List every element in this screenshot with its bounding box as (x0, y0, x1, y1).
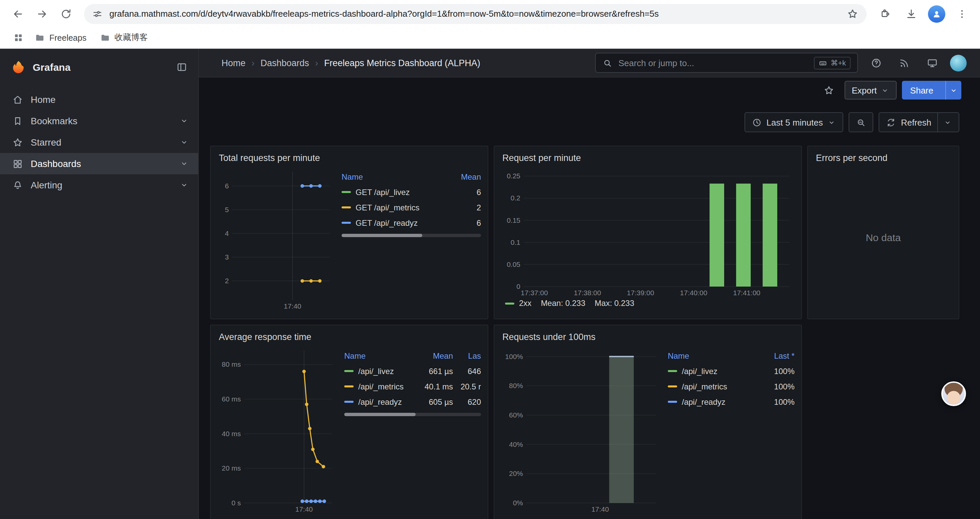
legend-scrollbar[interactable] (342, 234, 481, 237)
legend-value: 661 µs (415, 366, 453, 376)
legend-row[interactable]: /api/_readyz605 µs620 (344, 394, 481, 409)
legend-header[interactable]: Name (342, 172, 442, 181)
chevron-down-icon[interactable] (180, 116, 189, 126)
breadcrumb-dashboards[interactable]: Dashboards (261, 58, 309, 68)
legend-header[interactable]: Las (453, 351, 481, 360)
total-requests-chart[interactable]: 6543217:40 (218, 166, 335, 311)
legend-header[interactable]: Name (668, 351, 756, 360)
panel-request-per-minute[interactable]: Request per minute 0.250.20.150.10.05017… (494, 145, 802, 319)
back-button[interactable] (8, 4, 28, 24)
search-input[interactable]: Search or jump to... ⌘+k (595, 53, 858, 73)
legend-scrollbar[interactable] (344, 413, 481, 416)
time-range-picker[interactable]: Last 5 minutes (745, 112, 843, 132)
grafana-logo[interactable] (11, 59, 26, 75)
svg-text:6: 6 (225, 182, 229, 190)
browser-menu-button[interactable] (952, 4, 972, 24)
legend-row[interactable]: /api/_metrics100% (668, 379, 795, 394)
search-placeholder: Search or jump to... (619, 58, 808, 68)
legend-row[interactable]: /api/_metrics40.1 ms20.5 r (344, 379, 481, 394)
favorite-dashboard-button[interactable] (819, 80, 839, 100)
share-label[interactable]: Share (902, 81, 941, 99)
folder-icon (100, 33, 110, 43)
user-avatar[interactable] (950, 54, 967, 71)
panel-title[interactable]: Errors per second (815, 152, 952, 166)
legend-row[interactable]: /api/_livez100% (668, 363, 795, 379)
chevron-down-icon[interactable] (180, 137, 189, 147)
legend-row[interactable]: /api/_livez661 µs646 (344, 363, 481, 379)
breadcrumb-home[interactable]: Home (221, 58, 245, 68)
svg-text:17:37:00: 17:37:00 (521, 289, 548, 297)
legend-row[interactable]: GET /api/_livez6 (342, 184, 481, 200)
sidebar-item-alerting[interactable]: Alerting (0, 174, 198, 196)
breadcrumb-separator: › (251, 58, 255, 68)
panel-title[interactable]: Requests under 100ms (501, 331, 795, 345)
legend-row[interactable]: /api/_readyz100% (668, 394, 795, 409)
svg-text:0: 0 (516, 283, 520, 290)
legend-row[interactable]: GET /api/_metrics2 (342, 200, 481, 215)
export-button[interactable]: Export (844, 81, 897, 99)
extensions-button[interactable] (875, 4, 895, 24)
kiosk-mode-button[interactable] (922, 53, 942, 73)
legend-value: 100% (756, 366, 795, 376)
panel-errors-per-second[interactable]: Errors per second No data (807, 145, 959, 319)
series-color-swatch (342, 206, 351, 208)
legend-row[interactable]: GET /api/_readyz6 (342, 215, 481, 230)
panel-title[interactable]: Request per minute (501, 152, 795, 166)
under-100ms-chart[interactable]: 100%80%60%40%20%0%17:40 (501, 345, 661, 514)
brand-name[interactable]: Grafana (33, 61, 169, 72)
apps-shortcut-button[interactable] (10, 29, 27, 46)
series-name: /api/_livez (682, 366, 718, 376)
url-text[interactable]: grafana.mathmast.com/d/deytv4rwavabkb/fr… (110, 9, 840, 19)
search-shortcut-badge: ⌘+k (814, 56, 851, 69)
downloads-button[interactable] (901, 4, 921, 24)
panel-avg-response-time[interactable]: Average response time 80 ms60 ms40 ms20 … (210, 325, 488, 519)
collapse-sidebar-icon[interactable] (176, 61, 188, 72)
sidebar-item-label: Starred (31, 137, 61, 148)
chevron-down-icon[interactable] (180, 159, 189, 168)
sidebar-item-dashboards[interactable]: Dashboards (0, 153, 198, 174)
panel-under-100ms[interactable]: Requests under 100ms 100%80%60%40%20%0%1… (494, 325, 802, 519)
refresh-interval-caret[interactable] (937, 113, 952, 132)
scrollbar-thumb[interactable] (344, 413, 415, 416)
svg-text:80%: 80% (509, 382, 523, 390)
breadcrumb: Home › Dashboards › Freeleaps Metrics Da… (221, 58, 480, 68)
legend-header[interactable]: Mean (442, 172, 481, 181)
sidebar-item-home[interactable]: Home (0, 89, 198, 110)
scrollbar-thumb[interactable] (342, 234, 422, 237)
legend-header[interactable]: Last * (756, 351, 795, 360)
site-settings-icon[interactable] (92, 8, 103, 19)
sidebar-item-bookmarks[interactable]: Bookmarks (0, 110, 198, 132)
chevron-down-icon[interactable] (180, 180, 189, 190)
assistant-avatar[interactable] (941, 382, 966, 406)
help-button[interactable] (866, 53, 886, 73)
request-per-minute-chart[interactable]: 0.250.20.150.10.05017:37:0017:38:0017:39… (501, 166, 795, 297)
news-button[interactable] (894, 53, 914, 73)
legend-table: NameLast */api/_livez100%/api/_metrics10… (668, 348, 795, 409)
bookmark-star-icon[interactable] (846, 8, 859, 20)
svg-text:100%: 100% (505, 353, 523, 360)
panel-total-requests[interactable]: Total requests per minute 6543217:40 Nam… (210, 145, 488, 319)
share-button[interactable]: Share (902, 81, 961, 99)
series-name: /api/_readyz (358, 397, 402, 406)
zoom-out-button[interactable] (849, 112, 873, 132)
dashboard-canvas: Last 5 minutes Refresh (199, 103, 980, 519)
refresh-button[interactable]: Refresh (879, 112, 959, 132)
url-bar[interactable]: grafana.mathmast.com/d/deytv4rwavabkb/fr… (84, 4, 867, 24)
panel-title[interactable]: Average response time (218, 331, 481, 345)
reload-button[interactable] (56, 4, 76, 24)
legend-header[interactable]: Mean (415, 351, 453, 360)
legend-value: 100% (756, 382, 795, 391)
legend-mean: Mean: 0.233 (541, 299, 585, 308)
legend-value: 620 (453, 397, 481, 406)
legend-header[interactable]: Name (344, 351, 415, 360)
forward-button[interactable] (32, 4, 52, 24)
bookmark-blog-favorites[interactable]: 收藏博客 (94, 29, 153, 46)
legend-item-2xx[interactable]: 2xx (505, 299, 531, 308)
sidebar-item-starred[interactable]: Starred (0, 132, 198, 153)
legend-header-row: NameMean (342, 169, 481, 184)
panel-title[interactable]: Total requests per minute (218, 152, 481, 166)
browser-profile-avatar[interactable] (928, 5, 945, 22)
share-menu-caret[interactable] (945, 81, 961, 99)
bookmark-freeleaps[interactable]: Freeleaps (29, 30, 92, 45)
avg-response-chart[interactable]: 80 ms60 ms40 ms20 ms0 s17:40 (218, 345, 337, 514)
